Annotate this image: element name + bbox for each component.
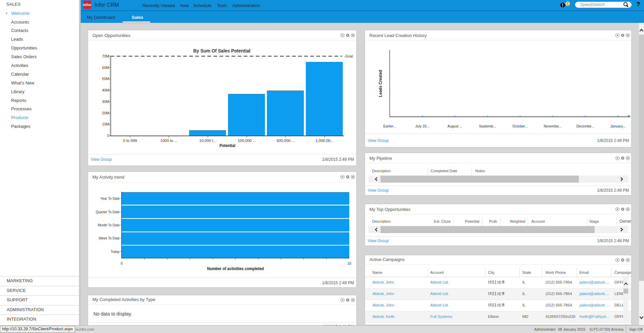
svg-text:Year To Date: Year To Date xyxy=(100,197,120,200)
svg-text:70M: 70M xyxy=(102,54,109,58)
svg-text:1: 1 xyxy=(567,2,569,6)
svg-text:1,000,00...: 1,000,00... xyxy=(315,139,333,143)
svg-text:Potential: Potential xyxy=(219,143,235,148)
svg-text:Novembe...: Novembe... xyxy=(544,124,562,128)
svg-text:1000 to ...: 1000 to ... xyxy=(160,139,177,143)
svg-text:500,000 ...: 500,000 ... xyxy=(277,139,295,143)
svg-text:0 to 999: 0 to 999 xyxy=(123,139,137,143)
svg-text:10M: 10M xyxy=(102,122,109,126)
svg-text:July 20...: July 20... xyxy=(415,124,429,128)
svg-text:Septemb...: Septemb... xyxy=(479,124,496,128)
svg-text:By Sum Of Sales Potential: By Sum Of Sales Potential xyxy=(193,48,250,53)
svg-text:Quarter To Date: Quarter To Date xyxy=(96,210,120,214)
svg-text:Month To Date: Month To Date xyxy=(98,223,120,227)
svg-text:August ...: August ... xyxy=(447,124,462,128)
svg-text:40M: 40M xyxy=(102,88,109,92)
svg-text:Earlier...: Earlier... xyxy=(383,124,396,128)
svg-text:-Goal: -Goal xyxy=(344,54,353,58)
svg-text:Week To Date: Week To Date xyxy=(99,236,120,240)
svg-text:30M: 30M xyxy=(102,100,109,104)
svg-text:Leads Created: Leads Created xyxy=(378,70,383,97)
svg-text:10: 10 xyxy=(347,261,351,265)
svg-text:10,000 t...: 10,000 t... xyxy=(199,139,216,143)
svg-text:60M: 60M xyxy=(102,66,109,70)
svg-text:January...: January... xyxy=(610,124,626,128)
svg-text:100,000 ...: 100,000 ... xyxy=(238,139,256,143)
svg-text:20M: 20M xyxy=(102,111,109,115)
svg-text:Today: Today xyxy=(111,250,120,254)
svg-text:Decembe...: Decembe... xyxy=(576,124,595,128)
svg-text:October...: October... xyxy=(513,124,528,128)
svg-text:Number of activities completed: Number of activities completed xyxy=(207,266,264,271)
svg-text:0: 0 xyxy=(107,134,109,138)
svg-text:50M: 50M xyxy=(102,77,109,81)
svg-text:0: 0 xyxy=(121,261,123,265)
